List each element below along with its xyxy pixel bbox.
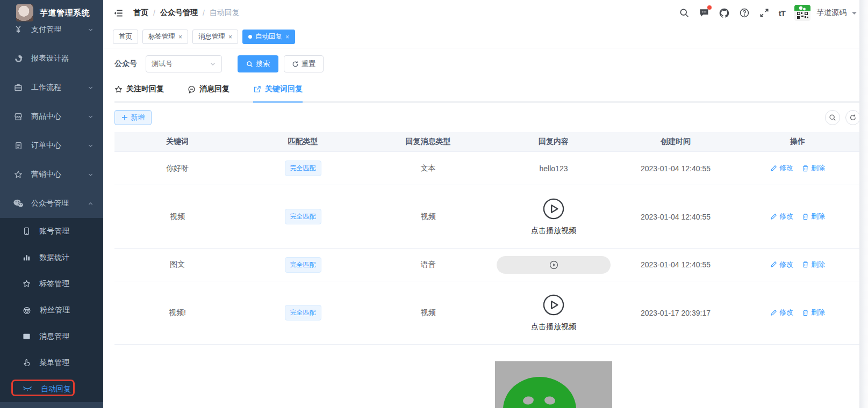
user-name[interactable]: 芋道源码 xyxy=(816,8,847,18)
table-search-button[interactable] xyxy=(825,110,840,125)
sidebar-subitem-标签管理[interactable]: 标签管理 xyxy=(0,271,103,297)
table-refresh-button[interactable] xyxy=(845,110,860,125)
breadcrumb-item[interactable]: 公众号管理 xyxy=(160,8,198,18)
sidebar-subitem-账号管理[interactable]: 账号管理 xyxy=(0,218,103,244)
table-row: 视频!完全匹配视频点击播放视频2023-01-17 20:39:17修改删除 xyxy=(114,281,860,345)
edit-link[interactable]: 修改 xyxy=(770,212,793,221)
tab-消息回复[interactable]: 消息回复 xyxy=(188,84,229,103)
sidebar-item-报表设计器[interactable]: 报表设计器 xyxy=(0,44,103,73)
play-icon[interactable] xyxy=(542,198,565,220)
edit-label: 修改 xyxy=(779,163,793,173)
play-icon[interactable] xyxy=(542,294,565,316)
fullscreen-icon[interactable] xyxy=(759,8,770,18)
delete-link[interactable]: 删除 xyxy=(802,308,825,317)
cell-created-time: 2023-01-04 12:40:55 xyxy=(616,213,735,221)
autoreply-icon xyxy=(23,385,32,392)
sidebar-subitem-粉丝管理[interactable]: 粉丝管理 xyxy=(0,297,103,323)
delete-icon xyxy=(802,213,809,220)
help-icon[interactable] xyxy=(739,8,750,18)
view-tag-消息管理[interactable]: 消息管理× xyxy=(192,30,238,44)
column-header: 关键词 xyxy=(114,137,240,147)
close-icon[interactable]: × xyxy=(285,34,289,40)
account-select[interactable]: 测试号 xyxy=(146,55,222,72)
edit-link[interactable]: 修改 xyxy=(770,308,793,317)
close-icon[interactable]: × xyxy=(228,34,232,40)
view-tag-label: 首页 xyxy=(119,32,132,41)
font-size-icon[interactable]: tT xyxy=(779,9,785,18)
video-content: 点击播放视频 xyxy=(491,198,616,236)
view-tag-自动回复[interactable]: 自动回复× xyxy=(242,30,295,44)
search-button[interactable]: 搜索 xyxy=(238,55,278,72)
external-tab-icon xyxy=(253,85,261,93)
column-header: 回复内容 xyxy=(491,137,616,147)
caret-down-icon[interactable] xyxy=(851,10,857,16)
logo-bar[interactable]: 芋道管理系统 xyxy=(0,0,103,26)
view-tag-label: 自动回复 xyxy=(255,32,282,41)
table-row: 视频完全匹配视频点击播放视频2023-01-04 12:40:55修改删除 xyxy=(114,185,860,249)
user-avatar[interactable] xyxy=(794,5,810,21)
cell-actions: 修改删除 xyxy=(735,308,860,318)
column-header: 操作 xyxy=(735,137,860,147)
audio-play-icon[interactable] xyxy=(549,260,558,269)
video-content: 点击播放视频 xyxy=(491,294,616,332)
notification-badge xyxy=(707,5,712,10)
tab-label: 关注时回复 xyxy=(126,84,164,94)
sidebar-subitem-数据统计[interactable]: 数据统计 xyxy=(0,244,103,271)
search-icon xyxy=(246,61,253,68)
sidebar-item-公众号管理[interactable]: 公众号管理 xyxy=(0,189,103,218)
breadcrumb-item[interactable]: 首页 xyxy=(133,8,148,18)
reset-button[interactable]: 重置 xyxy=(284,55,324,72)
breadcrumb-separator: / xyxy=(153,9,155,17)
hand-icon xyxy=(23,359,31,367)
sidebar-subitem-自动回复[interactable]: 自动回复 xyxy=(0,376,103,402)
delete-label: 删除 xyxy=(811,163,825,173)
close-icon[interactable]: × xyxy=(178,34,182,40)
sidebar-item-营销中心[interactable]: 营销中心 xyxy=(0,160,103,189)
report-icon xyxy=(13,54,24,63)
match-type-tag: 完全匹配 xyxy=(285,161,321,176)
sidebar-fold-icon[interactable] xyxy=(113,8,124,18)
scrollbar-gutter[interactable] xyxy=(859,0,868,408)
edit-link[interactable]: 修改 xyxy=(770,260,793,269)
add-button[interactable]: 新增 xyxy=(114,110,152,125)
delete-label: 删除 xyxy=(811,260,825,269)
keyword-reply-table: 关键词匹配类型回复消息类型回复内容创建时间操作 你好呀完全匹配文本hello12… xyxy=(114,132,860,408)
sidebar-subitem-菜单管理[interactable]: 菜单管理 xyxy=(0,349,103,376)
sidebar-subitem-label: 消息管理 xyxy=(39,332,69,341)
sidebar-subitem-label: 粉丝管理 xyxy=(40,305,70,315)
chevron-down-icon xyxy=(88,114,94,120)
tab-关注时回复[interactable]: 关注时回复 xyxy=(114,84,164,103)
message-icon[interactable] xyxy=(699,8,709,18)
sidebar-subitem-label: 标签管理 xyxy=(39,279,69,289)
sidebar-item-订单中心[interactable]: 订单中心 xyxy=(0,131,103,160)
edit-link[interactable]: 修改 xyxy=(770,163,793,173)
sidebar-subitem-label: 账号管理 xyxy=(39,227,69,236)
search-icon xyxy=(829,114,836,121)
cell-match-type: 完全匹配 xyxy=(240,161,365,176)
refresh-icon xyxy=(849,114,857,121)
audio-player[interactable] xyxy=(497,256,611,274)
cell-keyword: 视频! xyxy=(114,308,240,318)
sidebar-item-商品中心[interactable]: 商品中心 xyxy=(0,102,103,131)
delete-link[interactable]: 删除 xyxy=(802,260,825,269)
cell-created-time: 2023-01-17 20:39:17 xyxy=(616,309,735,317)
star-tab-icon xyxy=(114,85,123,93)
sidebar-item-label: 订单中心 xyxy=(31,141,88,150)
github-icon[interactable] xyxy=(719,8,730,19)
delete-link[interactable]: 删除 xyxy=(802,163,825,173)
cell-keyword: 你好呀 xyxy=(114,164,240,173)
cell-reply-content: 点击播放视频 xyxy=(491,198,616,236)
tab-关键词回复[interactable]: 关键词回复 xyxy=(253,84,303,103)
edit-icon xyxy=(770,165,777,172)
sidebar-item-工作流程[interactable]: 工作流程 xyxy=(0,73,103,102)
sidebar-item-label: 报表设计器 xyxy=(31,54,94,63)
order-icon xyxy=(13,142,24,150)
view-tag-标签管理[interactable]: 标签管理× xyxy=(142,30,188,44)
delete-icon xyxy=(802,165,809,172)
stats-icon xyxy=(23,253,31,261)
chevron-down-icon xyxy=(88,85,94,91)
delete-link[interactable]: 删除 xyxy=(802,212,825,221)
view-tag-首页[interactable]: 首页 xyxy=(113,30,138,44)
search-icon[interactable] xyxy=(679,8,690,18)
sidebar-subitem-消息管理[interactable]: 消息管理 xyxy=(0,323,103,349)
